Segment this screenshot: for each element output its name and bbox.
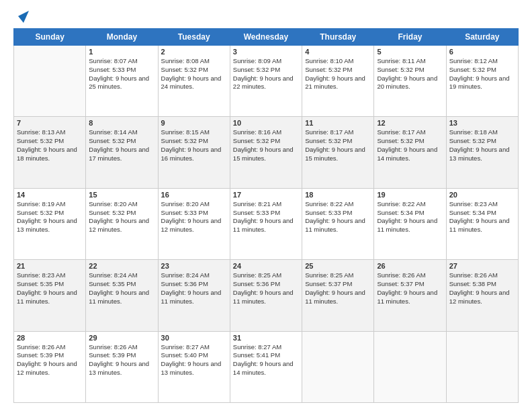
calendar-cell: 2 Sunrise: 8:08 AM Sunset: 5:32 PM Dayli… <box>158 46 230 117</box>
calendar-cell: 1 Sunrise: 8:07 AM Sunset: 5:33 PM Dayli… <box>86 46 158 117</box>
cell-details: Sunrise: 8:22 AM Sunset: 5:33 PM Dayligh… <box>305 200 371 234</box>
sunset-text: Sunset: 5:37 PM <box>305 280 352 287</box>
sunset-text: Sunset: 5:35 PM <box>17 280 64 287</box>
day-number: 31 <box>233 334 299 342</box>
sunset-text: Sunset: 5:36 PM <box>233 280 280 287</box>
cell-details: Sunrise: 8:25 AM Sunset: 5:37 PM Dayligh… <box>305 271 371 306</box>
sunrise-text: Sunrise: 8:20 AM <box>161 200 210 208</box>
calendar-cell: 25 Sunrise: 8:25 AM Sunset: 5:37 PM Dayl… <box>302 260 374 331</box>
sunrise-text: Sunrise: 8:09 AM <box>233 57 281 64</box>
daylight-text: Daylight: 9 hours and 13 minutes. <box>17 217 77 233</box>
day-number: 19 <box>377 191 443 199</box>
calendar-week-row: 14 Sunrise: 8:19 AM Sunset: 5:32 PM Dayl… <box>14 188 519 259</box>
calendar-cell: 7 Sunrise: 8:13 AM Sunset: 5:32 PM Dayli… <box>14 117 86 188</box>
sunrise-text: Sunrise: 8:07 AM <box>89 57 137 64</box>
sunset-text: Sunset: 5:32 PM <box>17 209 64 216</box>
calendar-week-row: 1 Sunrise: 8:07 AM Sunset: 5:33 PM Dayli… <box>14 46 519 117</box>
sunrise-text: Sunrise: 8:18 AM <box>449 128 498 136</box>
day-number: 9 <box>161 119 227 127</box>
sunset-text: Sunset: 5:33 PM <box>161 209 208 216</box>
day-number: 16 <box>161 191 227 199</box>
weekday-header-sunday: Sunday <box>14 29 86 46</box>
sunrise-text: Sunrise: 8:14 AM <box>89 128 137 136</box>
sunrise-text: Sunrise: 8:17 AM <box>377 128 425 136</box>
sunrise-text: Sunrise: 8:22 AM <box>305 200 353 208</box>
weekday-header-friday: Friday <box>374 29 446 46</box>
daylight-text: Daylight: 9 hours and 13 minutes. <box>449 146 510 162</box>
cell-details: Sunrise: 8:26 AM Sunset: 5:39 PM Dayligh… <box>89 343 154 377</box>
calendar-cell: 17 Sunrise: 8:21 AM Sunset: 5:33 PM Dayl… <box>230 188 302 259</box>
daylight-text: Daylight: 9 hours and 13 minutes. <box>161 360 222 376</box>
daylight-text: Daylight: 9 hours and 18 minutes. <box>17 146 77 162</box>
sunset-text: Sunset: 5:34 PM <box>449 209 496 216</box>
calendar-cell <box>446 331 518 402</box>
sunrise-text: Sunrise: 8:22 AM <box>377 200 425 208</box>
sunset-text: Sunset: 5:35 PM <box>89 280 136 287</box>
sunset-text: Sunset: 5:39 PM <box>17 351 64 359</box>
cell-details: Sunrise: 8:14 AM Sunset: 5:32 PM Dayligh… <box>89 128 154 163</box>
sunset-text: Sunset: 5:40 PM <box>161 351 208 359</box>
day-number: 15 <box>89 191 154 199</box>
day-number: 27 <box>449 262 515 270</box>
sunset-text: Sunset: 5:32 PM <box>449 66 496 73</box>
calendar-cell <box>14 46 86 117</box>
cell-details: Sunrise: 8:16 AM Sunset: 5:32 PM Dayligh… <box>233 128 299 163</box>
weekday-header-monday: Monday <box>86 29 158 46</box>
calendar-cell: 26 Sunrise: 8:26 AM Sunset: 5:37 PM Dayl… <box>374 260 446 331</box>
daylight-text: Daylight: 9 hours and 11 minutes. <box>233 217 294 233</box>
sunset-text: Sunset: 5:36 PM <box>161 280 208 287</box>
calendar-cell: 3 Sunrise: 8:09 AM Sunset: 5:32 PM Dayli… <box>230 46 302 117</box>
sunrise-text: Sunrise: 8:21 AM <box>233 200 281 208</box>
sunrise-text: Sunrise: 8:11 AM <box>377 57 425 64</box>
day-number: 25 <box>305 262 371 270</box>
daylight-text: Daylight: 9 hours and 12 minutes. <box>89 217 149 233</box>
day-number: 24 <box>233 262 299 270</box>
calendar-header-row: SundayMondayTuesdayWednesdayThursdayFrid… <box>14 29 519 46</box>
cell-details: Sunrise: 8:24 AM Sunset: 5:36 PM Dayligh… <box>161 271 227 306</box>
calendar-cell: 28 Sunrise: 8:26 AM Sunset: 5:39 PM Dayl… <box>14 331 86 402</box>
sunset-text: Sunset: 5:32 PM <box>89 209 136 216</box>
cell-details: Sunrise: 8:23 AM Sunset: 5:34 PM Dayligh… <box>449 200 515 234</box>
cell-details: Sunrise: 8:26 AM Sunset: 5:38 PM Dayligh… <box>449 271 515 306</box>
daylight-text: Daylight: 9 hours and 11 minutes. <box>377 289 437 305</box>
day-number: 20 <box>449 191 515 199</box>
sunrise-text: Sunrise: 8:24 AM <box>89 271 137 279</box>
calendar-cell <box>302 331 374 402</box>
daylight-text: Daylight: 9 hours and 11 minutes. <box>305 217 365 233</box>
sunrise-text: Sunrise: 8:17 AM <box>305 128 353 136</box>
calendar-cell: 13 Sunrise: 8:18 AM Sunset: 5:32 PM Dayl… <box>446 117 518 188</box>
day-number: 14 <box>17 191 83 199</box>
sunset-text: Sunset: 5:37 PM <box>377 280 424 287</box>
cell-details: Sunrise: 8:15 AM Sunset: 5:32 PM Dayligh… <box>161 128 227 163</box>
page: SundayMondayTuesdayWednesdayThursdayFrid… <box>0 0 532 411</box>
day-number: 18 <box>305 191 371 199</box>
sunrise-text: Sunrise: 8:23 AM <box>17 271 65 279</box>
sunrise-text: Sunrise: 8:20 AM <box>89 200 137 208</box>
day-number: 11 <box>305 119 371 127</box>
sunrise-text: Sunrise: 8:10 AM <box>305 57 353 64</box>
day-number: 29 <box>89 334 154 342</box>
sunset-text: Sunset: 5:41 PM <box>233 351 280 359</box>
cell-details: Sunrise: 8:26 AM Sunset: 5:39 PM Dayligh… <box>17 343 83 377</box>
sunset-text: Sunset: 5:32 PM <box>305 66 352 73</box>
calendar-cell: 14 Sunrise: 8:19 AM Sunset: 5:32 PM Dayl… <box>14 188 86 259</box>
cell-details: Sunrise: 8:09 AM Sunset: 5:32 PM Dayligh… <box>233 57 299 91</box>
daylight-text: Daylight: 9 hours and 13 minutes. <box>89 360 149 376</box>
cell-details: Sunrise: 8:19 AM Sunset: 5:32 PM Dayligh… <box>17 200 83 234</box>
cell-details: Sunrise: 8:26 AM Sunset: 5:37 PM Dayligh… <box>377 271 443 306</box>
sunrise-text: Sunrise: 8:15 AM <box>161 128 210 136</box>
daylight-text: Daylight: 9 hours and 11 minutes. <box>17 289 77 305</box>
daylight-text: Daylight: 9 hours and 17 minutes. <box>89 146 149 162</box>
cell-details: Sunrise: 8:11 AM Sunset: 5:32 PM Dayligh… <box>377 57 443 91</box>
calendar-cell: 22 Sunrise: 8:24 AM Sunset: 5:35 PM Dayl… <box>86 260 158 331</box>
calendar-cell: 19 Sunrise: 8:22 AM Sunset: 5:34 PM Dayl… <box>374 188 446 259</box>
day-number: 2 <box>161 48 227 56</box>
daylight-text: Daylight: 9 hours and 15 minutes. <box>233 146 294 162</box>
day-number: 7 <box>17 119 83 127</box>
sunset-text: Sunset: 5:32 PM <box>377 66 424 73</box>
sunset-text: Sunset: 5:32 PM <box>233 66 280 73</box>
daylight-text: Daylight: 9 hours and 19 minutes. <box>449 75 510 91</box>
day-number: 3 <box>233 48 299 56</box>
calendar-cell: 27 Sunrise: 8:26 AM Sunset: 5:38 PM Dayl… <box>446 260 518 331</box>
cell-details: Sunrise: 8:21 AM Sunset: 5:33 PM Dayligh… <box>233 200 299 234</box>
